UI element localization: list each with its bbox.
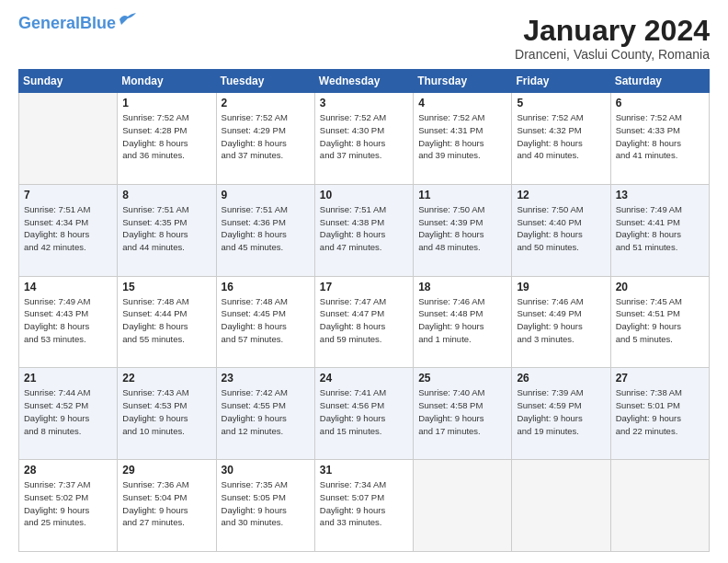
calendar-header-sunday: Sunday xyxy=(19,70,118,93)
day-detail: Sunrise: 7:42 AM Sunset: 4:55 PM Dayligh… xyxy=(222,386,310,437)
title-area: January 2024 Dranceni, Vaslui County, Ro… xyxy=(515,15,710,62)
day-detail: Sunrise: 7:48 AM Sunset: 4:45 PM Dayligh… xyxy=(222,295,310,346)
calendar-table: SundayMondayTuesdayWednesdayThursdayFrid… xyxy=(18,69,710,552)
day-detail: Sunrise: 7:44 AM Sunset: 4:52 PM Dayligh… xyxy=(24,386,112,437)
calendar-cell: 15Sunrise: 7:48 AM Sunset: 4:44 PM Dayli… xyxy=(118,276,216,368)
location: Dranceni, Vaslui County, Romania xyxy=(515,47,710,62)
day-number: 22 xyxy=(122,372,210,385)
calendar-header-friday: Friday xyxy=(512,70,610,93)
calendar-header-wednesday: Wednesday xyxy=(314,70,413,93)
calendar-cell: 16Sunrise: 7:48 AM Sunset: 4:45 PM Dayli… xyxy=(216,276,314,368)
day-detail: Sunrise: 7:37 AM Sunset: 5:02 PM Dayligh… xyxy=(24,478,112,529)
day-detail: Sunrise: 7:38 AM Sunset: 5:01 PM Dayligh… xyxy=(616,386,704,437)
day-detail: Sunrise: 7:52 AM Sunset: 4:32 PM Dayligh… xyxy=(517,111,605,162)
calendar-cell: 19Sunrise: 7:46 AM Sunset: 4:49 PM Dayli… xyxy=(512,276,610,368)
day-number: 21 xyxy=(24,372,112,385)
day-detail: Sunrise: 7:45 AM Sunset: 4:51 PM Dayligh… xyxy=(616,295,704,346)
day-number: 1 xyxy=(122,97,210,109)
day-detail: Sunrise: 7:48 AM Sunset: 4:44 PM Dayligh… xyxy=(122,295,210,346)
calendar-cell xyxy=(414,460,512,552)
calendar-header-saturday: Saturday xyxy=(610,70,709,93)
calendar-cell: 23Sunrise: 7:42 AM Sunset: 4:55 PM Dayli… xyxy=(216,368,314,460)
calendar-cell: 22Sunrise: 7:43 AM Sunset: 4:53 PM Dayli… xyxy=(118,368,216,460)
calendar-week-row: 1Sunrise: 7:52 AM Sunset: 4:28 PM Daylig… xyxy=(19,93,710,185)
day-detail: Sunrise: 7:36 AM Sunset: 5:04 PM Dayligh… xyxy=(122,478,210,529)
day-number: 24 xyxy=(320,372,408,385)
logo: GeneralBlue xyxy=(18,15,138,31)
day-number: 29 xyxy=(122,464,210,477)
day-number: 12 xyxy=(517,189,605,201)
day-number: 30 xyxy=(222,464,310,477)
calendar-cell xyxy=(610,460,709,552)
day-number: 17 xyxy=(320,281,408,293)
day-number: 3 xyxy=(320,97,408,109)
day-number: 2 xyxy=(222,97,310,109)
calendar-cell xyxy=(19,93,118,185)
calendar-cell: 13Sunrise: 7:49 AM Sunset: 4:41 PM Dayli… xyxy=(610,184,709,276)
day-detail: Sunrise: 7:51 AM Sunset: 4:35 PM Dayligh… xyxy=(122,203,210,254)
calendar-cell: 25Sunrise: 7:40 AM Sunset: 4:58 PM Dayli… xyxy=(414,368,512,460)
calendar-cell: 5Sunrise: 7:52 AM Sunset: 4:32 PM Daylig… xyxy=(512,93,610,185)
day-number: 7 xyxy=(24,189,112,201)
day-detail: Sunrise: 7:34 AM Sunset: 5:07 PM Dayligh… xyxy=(320,478,408,529)
day-detail: Sunrise: 7:52 AM Sunset: 4:29 PM Dayligh… xyxy=(222,111,310,162)
calendar-cell: 30Sunrise: 7:35 AM Sunset: 5:05 PM Dayli… xyxy=(216,460,314,552)
day-detail: Sunrise: 7:46 AM Sunset: 4:48 PM Dayligh… xyxy=(418,295,506,346)
day-number: 8 xyxy=(122,189,210,201)
day-detail: Sunrise: 7:52 AM Sunset: 4:28 PM Dayligh… xyxy=(122,111,210,162)
calendar-cell: 12Sunrise: 7:50 AM Sunset: 4:40 PM Dayli… xyxy=(512,184,610,276)
page: GeneralBlue January 2024 Dranceni, Vaslu… xyxy=(0,0,728,563)
day-detail: Sunrise: 7:49 AM Sunset: 4:43 PM Dayligh… xyxy=(24,295,112,346)
calendar-cell: 17Sunrise: 7:47 AM Sunset: 4:47 PM Dayli… xyxy=(314,276,413,368)
calendar-cell: 14Sunrise: 7:49 AM Sunset: 4:43 PM Dayli… xyxy=(19,276,118,368)
day-number: 25 xyxy=(418,372,506,385)
day-number: 31 xyxy=(320,464,408,477)
calendar-cell: 20Sunrise: 7:45 AM Sunset: 4:51 PM Dayli… xyxy=(610,276,709,368)
day-detail: Sunrise: 7:40 AM Sunset: 4:58 PM Dayligh… xyxy=(418,386,506,437)
calendar-cell: 7Sunrise: 7:51 AM Sunset: 4:34 PM Daylig… xyxy=(19,184,118,276)
day-number: 9 xyxy=(222,189,310,201)
day-number: 16 xyxy=(222,281,310,293)
day-detail: Sunrise: 7:43 AM Sunset: 4:53 PM Dayligh… xyxy=(122,386,210,437)
calendar-header-monday: Monday xyxy=(118,70,216,93)
day-detail: Sunrise: 7:46 AM Sunset: 4:49 PM Dayligh… xyxy=(517,295,605,346)
day-number: 27 xyxy=(616,372,704,385)
calendar-cell: 18Sunrise: 7:46 AM Sunset: 4:48 PM Dayli… xyxy=(414,276,512,368)
day-number: 18 xyxy=(418,281,506,293)
calendar-cell: 6Sunrise: 7:52 AM Sunset: 4:33 PM Daylig… xyxy=(610,93,709,185)
day-number: 4 xyxy=(418,97,506,109)
calendar-cell: 27Sunrise: 7:38 AM Sunset: 5:01 PM Dayli… xyxy=(610,368,709,460)
calendar-cell: 24Sunrise: 7:41 AM Sunset: 4:56 PM Dayli… xyxy=(314,368,413,460)
day-number: 6 xyxy=(616,97,704,109)
day-detail: Sunrise: 7:52 AM Sunset: 4:31 PM Dayligh… xyxy=(418,111,506,162)
day-detail: Sunrise: 7:35 AM Sunset: 5:05 PM Dayligh… xyxy=(222,478,310,529)
calendar-week-row: 28Sunrise: 7:37 AM Sunset: 5:02 PM Dayli… xyxy=(19,460,710,552)
day-number: 20 xyxy=(616,281,704,293)
calendar-header-row: SundayMondayTuesdayWednesdayThursdayFrid… xyxy=(19,70,710,93)
day-detail: Sunrise: 7:52 AM Sunset: 4:33 PM Dayligh… xyxy=(616,111,704,162)
calendar-week-row: 7Sunrise: 7:51 AM Sunset: 4:34 PM Daylig… xyxy=(19,184,710,276)
calendar-cell: 11Sunrise: 7:50 AM Sunset: 4:39 PM Dayli… xyxy=(414,184,512,276)
day-detail: Sunrise: 7:52 AM Sunset: 4:30 PM Dayligh… xyxy=(320,111,408,162)
calendar-cell: 3Sunrise: 7:52 AM Sunset: 4:30 PM Daylig… xyxy=(314,93,413,185)
calendar-week-row: 14Sunrise: 7:49 AM Sunset: 4:43 PM Dayli… xyxy=(19,276,710,368)
logo-bird-icon xyxy=(118,12,138,27)
day-number: 23 xyxy=(222,372,310,385)
day-number: 19 xyxy=(517,281,605,293)
calendar-cell: 10Sunrise: 7:51 AM Sunset: 4:38 PM Dayli… xyxy=(314,184,413,276)
day-detail: Sunrise: 7:50 AM Sunset: 4:39 PM Dayligh… xyxy=(418,203,506,254)
day-detail: Sunrise: 7:51 AM Sunset: 4:34 PM Dayligh… xyxy=(24,203,112,254)
day-number: 10 xyxy=(320,189,408,201)
calendar-cell: 21Sunrise: 7:44 AM Sunset: 4:52 PM Dayli… xyxy=(19,368,118,460)
calendar-cell: 26Sunrise: 7:39 AM Sunset: 4:59 PM Dayli… xyxy=(512,368,610,460)
day-detail: Sunrise: 7:47 AM Sunset: 4:47 PM Dayligh… xyxy=(320,295,408,346)
day-detail: Sunrise: 7:39 AM Sunset: 4:59 PM Dayligh… xyxy=(517,386,605,437)
day-number: 26 xyxy=(517,372,605,385)
calendar-header-thursday: Thursday xyxy=(414,70,512,93)
day-detail: Sunrise: 7:49 AM Sunset: 4:41 PM Dayligh… xyxy=(616,203,704,254)
calendar-cell: 29Sunrise: 7:36 AM Sunset: 5:04 PM Dayli… xyxy=(118,460,216,552)
calendar-cell xyxy=(512,460,610,552)
day-number: 14 xyxy=(24,281,112,293)
day-number: 5 xyxy=(517,97,605,109)
day-detail: Sunrise: 7:41 AM Sunset: 4:56 PM Dayligh… xyxy=(320,386,408,437)
